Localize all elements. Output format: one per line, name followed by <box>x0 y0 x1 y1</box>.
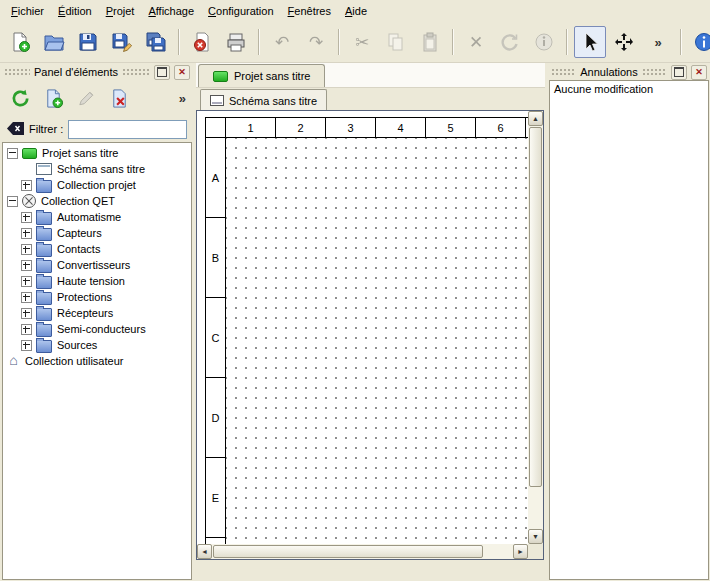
save-as-button[interactable] <box>106 26 138 58</box>
tree-item-recepteurs[interactable]: Récepteurs <box>3 305 191 321</box>
dock-grip[interactable] <box>642 68 667 76</box>
printer-icon <box>225 31 247 53</box>
tree-item-label: Collection QET <box>41 195 115 207</box>
diagram-sheet[interactable]: 1 2 3 4 5 6 A B C D E <box>205 117 528 544</box>
new-element-button[interactable] <box>39 84 68 113</box>
rotate-button[interactable] <box>494 26 526 58</box>
menu-configuration[interactable]: Configuration <box>201 2 280 20</box>
expand-icon[interactable] <box>21 324 32 335</box>
sheet-corner <box>206 118 226 138</box>
toolbar-separator <box>258 29 260 55</box>
elements-tree[interactable]: Projet sans titre Schéma sans titre Coll… <box>2 142 192 580</box>
clear-filter-button[interactable] <box>7 122 24 137</box>
tree-item-contacts[interactable]: Contacts <box>3 241 191 257</box>
cut-button[interactable]: ✂ <box>346 26 378 58</box>
cursor-arrow-icon <box>579 31 601 53</box>
tree-item-convertisseurs[interactable]: Convertisseurs <box>3 257 191 273</box>
dock-grip[interactable] <box>4 68 30 76</box>
close-file-button[interactable] <box>186 26 218 58</box>
elements-panel-header[interactable]: Panel d'éléments ✕ <box>2 64 192 80</box>
redo-button[interactable]: ↷ <box>300 26 332 58</box>
menu-projet[interactable]: Projet <box>99 2 142 20</box>
menu-affichage[interactable]: Affichage <box>141 2 201 20</box>
scroll-down-button[interactable]: ▼ <box>528 529 543 544</box>
edit-element-button[interactable] <box>72 84 101 113</box>
save-all-button[interactable] <box>140 26 172 58</box>
element-info-button[interactable] <box>528 26 560 58</box>
horizontal-scrollbar[interactable]: ◄ ► <box>197 544 528 559</box>
vertical-scrollbar[interactable]: ▲ ▼ <box>528 111 543 544</box>
tree-item-collection-utilisateur[interactable]: ⌂ Collection utilisateur <box>3 353 191 369</box>
vertical-scroll-thumb[interactable] <box>529 127 542 487</box>
dock-close-button[interactable]: ✕ <box>691 65 707 80</box>
copy-button[interactable] <box>380 26 412 58</box>
collapse-icon[interactable] <box>7 196 18 207</box>
scroll-right-button[interactable]: ► <box>513 544 528 559</box>
expand-icon[interactable] <box>21 260 32 271</box>
tree-item-semi-conducteurs[interactable]: Semi-conducteurs <box>3 321 191 337</box>
expand-icon[interactable] <box>21 212 32 223</box>
move-tool-button[interactable] <box>608 26 640 58</box>
scroll-left-button[interactable]: ◄ <box>197 544 212 559</box>
delete-button[interactable]: ✕ <box>460 26 492 58</box>
folder-icon <box>36 260 52 273</box>
about-button[interactable] <box>688 26 710 58</box>
horizontal-scroll-thumb[interactable] <box>213 545 483 558</box>
tree-item-capteurs[interactable]: Capteurs <box>3 225 191 241</box>
tree-item-project[interactable]: Projet sans titre <box>3 145 191 161</box>
dock-float-button[interactable] <box>671 65 687 80</box>
dock-float-button[interactable] <box>154 65 170 80</box>
dock-grip[interactable] <box>122 68 150 76</box>
new-file-icon <box>9 31 31 53</box>
tree-item-haute-tension[interactable]: Haute tension <box>3 273 191 289</box>
expand-icon[interactable] <box>21 180 32 191</box>
reload-collections-button[interactable] <box>6 84 35 113</box>
tree-item-collection-projet[interactable]: Collection projet <box>3 177 191 193</box>
menu-edition[interactable]: Édition <box>51 2 99 20</box>
scroll-up-button[interactable]: ▲ <box>528 111 543 126</box>
grid-dots-area[interactable] <box>226 138 528 544</box>
toolbar-separator <box>178 29 180 55</box>
paste-button[interactable] <box>414 26 446 58</box>
diagram-canvas[interactable]: 1 2 3 4 5 6 A B C D E <box>197 111 528 544</box>
undo-panel-header[interactable]: Annulations ✕ <box>549 64 709 80</box>
tree-item-label: Collection utilisateur <box>25 355 123 367</box>
expand-icon[interactable] <box>21 292 32 303</box>
tree-item-protections[interactable]: Protections <box>3 289 191 305</box>
tree-item-schema[interactable]: Schéma sans titre <box>3 161 191 177</box>
tree-item-automatisme[interactable]: Automatisme <box>3 209 191 225</box>
new-project-button[interactable] <box>4 26 36 58</box>
print-button[interactable] <box>220 26 252 58</box>
tree-item-collection-qet[interactable]: Collection QET <box>3 193 191 209</box>
schema-icon <box>36 163 52 175</box>
schema-tab-icon <box>210 95 224 106</box>
toolbar-overflow-button[interactable]: » <box>642 26 674 58</box>
tree-item-sources[interactable]: Sources <box>3 337 191 353</box>
expand-icon[interactable] <box>21 244 32 255</box>
open-project-button[interactable] <box>38 26 70 58</box>
collapse-icon[interactable] <box>7 148 18 159</box>
undo-history-list[interactable]: Aucune modification <box>549 80 709 580</box>
save-as-icon <box>111 31 133 53</box>
expand-icon[interactable] <box>21 340 32 351</box>
select-tool-button[interactable] <box>574 26 606 58</box>
menu-bar: Fichier Édition Projet Affichage Configu… <box>0 0 710 22</box>
expand-icon[interactable] <box>21 276 32 287</box>
expand-icon[interactable] <box>21 308 32 319</box>
copy-icon <box>385 31 407 53</box>
undo-button[interactable]: ↶ <box>266 26 298 58</box>
delete-element-button[interactable] <box>105 84 134 113</box>
menu-fenetres[interactable]: Fenêtres <box>281 2 338 20</box>
tab-projet-sans-titre[interactable]: Projet sans titre <box>198 64 325 87</box>
scrollbar-corner <box>528 544 543 559</box>
menu-fichier[interactable]: Fichier <box>4 2 51 20</box>
dock-grip[interactable] <box>551 68 576 76</box>
tab-schema-sans-titre[interactable]: Schéma sans titre <box>200 89 327 111</box>
filter-input[interactable] <box>68 120 187 139</box>
panel-overflow-chevron[interactable]: » <box>177 91 188 106</box>
save-button[interactable] <box>72 26 104 58</box>
expand-icon[interactable] <box>21 228 32 239</box>
menu-aide[interactable]: Aide <box>338 2 374 20</box>
qet-collection-icon <box>22 194 36 208</box>
dock-close-button[interactable]: ✕ <box>174 65 190 80</box>
